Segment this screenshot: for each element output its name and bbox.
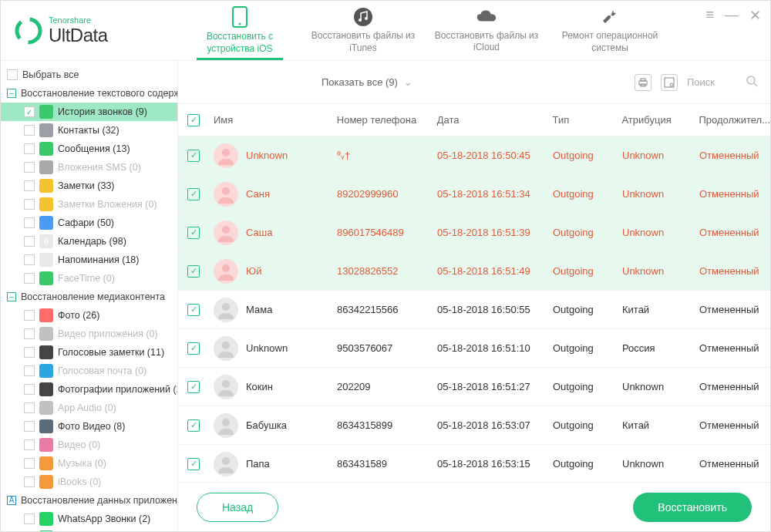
close-icon[interactable]: ✕ — [749, 7, 761, 24]
table-row[interactable]: Мама 86342215566 05-18-2018 16:50:55 Out… — [178, 291, 770, 329]
checkbox[interactable] — [24, 421, 35, 432]
checkbox[interactable] — [24, 273, 35, 284]
col-duration[interactable]: Продолжител... — [699, 114, 770, 126]
col-name[interactable]: Имя — [214, 114, 337, 126]
checkbox[interactable] — [24, 199, 35, 210]
table-row[interactable]: Unknown 9503576067 05-18-2018 16:51:10 O… — [178, 329, 770, 368]
row-checkbox[interactable] — [187, 304, 200, 316]
table-row[interactable]: Саня 89202999960 05-18-2018 16:51:34 Out… — [178, 175, 770, 214]
checkbox[interactable] — [24, 310, 35, 321]
sidebar-group-media[interactable]: – Восстановление медиаконтента — [1, 288, 177, 306]
checkbox[interactable] — [24, 365, 35, 376]
sidebar-item[interactable]: Видео (0) — [1, 436, 177, 454]
checkbox[interactable] — [24, 180, 35, 191]
sidebar-item[interactable]: iBooks (0) — [1, 473, 177, 491]
cell-date: 05-18-2018 16:51:10 — [437, 342, 553, 354]
checkbox[interactable] — [24, 143, 35, 154]
checkbox[interactable] — [24, 439, 35, 450]
table-row[interactable]: Юй 13028826552 05-18-2018 16:51:49 Outgo… — [178, 252, 770, 291]
collapse-icon[interactable]: – — [7, 292, 16, 301]
category-icon — [39, 364, 53, 378]
avatar — [214, 375, 238, 399]
row-checkbox[interactable] — [187, 265, 200, 278]
row-checkbox[interactable] — [187, 188, 200, 200]
sidebar-item[interactable]: Фото (26) — [1, 306, 177, 325]
sidebar[interactable]: Выбрать все – Восстановление текстового … — [1, 61, 178, 531]
search-placeholder: Поиск — [687, 76, 715, 88]
checkbox[interactable] — [24, 217, 35, 228]
row-checkbox[interactable] — [187, 342, 200, 355]
checkbox[interactable] — [24, 254, 35, 265]
sidebar-group-text[interactable]: – Восстановление текстового содержи — [1, 84, 177, 103]
print-icon[interactable] — [635, 74, 651, 91]
sidebar-group-apps[interactable]: A Восстановление данных приложений — [1, 491, 177, 510]
settings-icon[interactable] — [661, 74, 678, 91]
checkbox[interactable] — [7, 69, 18, 80]
table-row[interactable]: Кокин 202209 05-18-2018 16:51:27 Outgoin… — [178, 368, 770, 406]
col-type[interactable]: Тип — [553, 114, 622, 126]
recover-button[interactable]: Восстановить — [633, 493, 752, 522]
sidebar-item[interactable]: Сообщения WhatsApp (3) — [1, 528, 177, 531]
tab-repair-os[interactable]: Ремонт операционной системы — [548, 1, 672, 60]
checkbox[interactable] — [24, 328, 35, 339]
sidebar-item[interactable]: Заметки (33) — [1, 177, 177, 195]
sidebar-item[interactable]: FaceTime (0) — [1, 269, 177, 288]
app-window: Tenorshare UltData Восстановить с устрой… — [0, 0, 771, 532]
row-checkbox[interactable] — [187, 381, 200, 393]
search-input[interactable]: Поиск — [687, 75, 758, 89]
filter-dropdown[interactable]: Показать все (9) ⌄ — [322, 76, 412, 88]
table-row[interactable]: Бабушка 8634315899 05-18-2018 16:53:07 O… — [178, 406, 770, 445]
checkbox[interactable] — [24, 106, 35, 117]
sidebar-item[interactable]: Напоминания (18) — [1, 251, 177, 269]
tab-recover-ios[interactable]: Восстановить с устройства iOS — [178, 1, 301, 60]
svg-point-19 — [222, 380, 230, 388]
checkbox[interactable] — [24, 384, 35, 395]
tab-recover-itunes[interactable]: Восстановить файлы из iTunes — [301, 1, 425, 60]
collapse-icon[interactable]: – — [7, 89, 16, 98]
row-checkbox[interactable] — [187, 150, 200, 162]
row-checkbox[interactable] — [187, 419, 200, 432]
row-checkbox[interactable] — [187, 458, 200, 470]
sidebar-item[interactable]: Контакты (32) — [1, 121, 177, 140]
col-date[interactable]: Дата — [437, 114, 553, 126]
sidebar-item[interactable]: Фотографии приложений (24 — [1, 380, 177, 399]
checkbox[interactable] — [24, 347, 35, 358]
checkbox[interactable] — [24, 125, 35, 136]
sidebar-item[interactable]: Фото Видео (8) — [1, 417, 177, 436]
sidebar-item[interactable]: Вложения SMS (0) — [1, 158, 177, 177]
sidebar-item[interactable]: App Audio (0) — [1, 399, 177, 417]
sidebar-item-label: Видео (0) — [58, 439, 100, 450]
select-all-checkbox[interactable] — [187, 114, 200, 126]
sidebar-item[interactable]: Голосовая почта (0) — [1, 362, 177, 380]
menu-icon[interactable]: ≡ — [705, 7, 714, 24]
checkbox[interactable] — [24, 513, 35, 524]
checkbox[interactable] — [24, 402, 35, 413]
row-checkbox[interactable] — [187, 227, 200, 239]
back-button[interactable]: Назад — [197, 493, 278, 522]
sidebar-item[interactable]: 9 Календарь (98) — [1, 232, 177, 251]
logo-icon — [15, 17, 42, 45]
sidebar-item[interactable]: Голосовые заметки (11) — [1, 343, 177, 362]
sidebar-select-all[interactable]: Выбрать все — [1, 66, 177, 84]
checkbox[interactable] — [24, 476, 35, 487]
cell-duration: Отмененный — [699, 381, 770, 392]
col-phone[interactable]: Номер телефона — [337, 114, 437, 126]
sidebar-item[interactable]: Музыка (0) — [1, 454, 177, 473]
sidebar-item[interactable]: История звонков (9) — [1, 103, 177, 121]
table-row[interactable]: Папа 863431589 05-18-2018 16:53:15 Outgo… — [178, 445, 770, 482]
sidebar-item[interactable]: Сообщения (13) — [1, 140, 177, 158]
sidebar-item[interactable]: Заметки Вложения (0) — [1, 195, 177, 214]
tab-recover-icloud[interactable]: Восстановить файлы из iCloud — [425, 1, 548, 60]
sidebar-item[interactable]: Видео приложения (0) — [1, 325, 177, 343]
collapse-icon[interactable]: A — [7, 496, 16, 505]
minimize-icon[interactable]: — — [725, 7, 739, 24]
table-row[interactable]: Саша 896017546489 05-18-2018 16:51:39 Ou… — [178, 214, 770, 252]
col-attr[interactable]: Атрибуция — [621, 114, 699, 126]
itunes-icon — [352, 7, 374, 27]
checkbox[interactable] — [24, 458, 35, 469]
sidebar-item[interactable]: Сафари (50) — [1, 214, 177, 232]
checkbox[interactable] — [24, 162, 35, 173]
checkbox[interactable] — [24, 236, 35, 247]
table-row[interactable]: Unknown ᶿᵧ† 05-18-2018 16:50:45 Outgoing… — [178, 136, 770, 175]
sidebar-item[interactable]: WhatsApp Звонки (2) — [1, 510, 177, 528]
